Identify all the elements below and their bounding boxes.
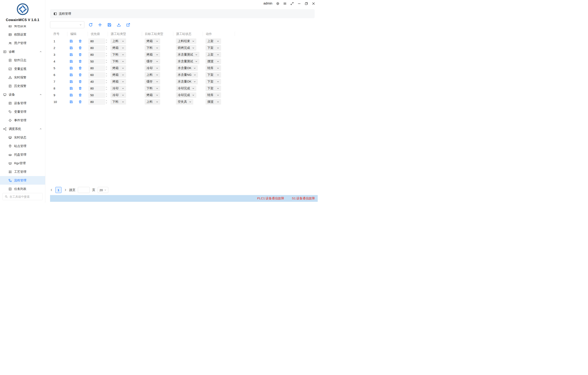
source-status-select[interactable]: 冷却完成 [176, 92, 196, 98]
target-type-select[interactable]: 上料 [145, 99, 160, 104]
priority-stepper[interactable] [105, 65, 108, 71]
source-status-select[interactable]: 水含量OK [176, 79, 198, 84]
export-button[interactable] [126, 23, 130, 27]
row-delete-button[interactable] [78, 73, 82, 77]
sidebar-item-flow-management[interactable]: 流程管理 [0, 176, 45, 185]
action-select[interactable]: 下架 [206, 45, 221, 51]
close-button[interactable] [312, 2, 315, 5]
priority-input[interactable]: 80 [88, 99, 105, 105]
source-type-select[interactable]: 下料 [111, 52, 126, 57]
source-status-select[interactable]: 上料结束 [176, 38, 196, 44]
sidebar-item-role-settings[interactable]: 角色设置 [0, 25, 45, 30]
sidebar-item-event-management[interactable]: 事件管理 [0, 116, 45, 125]
target-type-select[interactable]: 缓存 [145, 79, 160, 84]
priority-input[interactable]: 80 [88, 86, 105, 91]
action-select[interactable]: 下架 [206, 79, 221, 84]
action-select[interactable]: 上架 [206, 38, 221, 44]
row-save-button[interactable] [69, 66, 73, 70]
action-select[interactable]: 转库 [206, 65, 221, 71]
row-save-button[interactable] [69, 53, 73, 56]
row-delete-button[interactable] [78, 80, 82, 83]
sidebar-item-pallet-management[interactable]: 托盘管理 [0, 150, 45, 159]
toolbox-search[interactable] [2, 193, 43, 200]
target-type-select[interactable]: 下料 [145, 45, 160, 51]
priority-input[interactable]: 60 [88, 72, 105, 78]
row-delete-button[interactable] [78, 93, 82, 97]
target-type-select[interactable]: 上料 [145, 72, 160, 78]
source-type-select[interactable]: 烤箱 [111, 72, 126, 78]
source-status-select[interactable]: 冷却完成 [176, 86, 196, 91]
row-delete-button[interactable] [78, 60, 82, 63]
row-save-button[interactable] [69, 60, 73, 63]
target-type-select[interactable]: 烤箱 [145, 38, 160, 44]
priority-stepper[interactable] [105, 99, 108, 105]
menu-button[interactable] [283, 2, 287, 5]
target-type-select[interactable]: 烤箱 [145, 52, 160, 57]
row-delete-button[interactable] [78, 39, 82, 43]
priority-stepper[interactable] [105, 86, 108, 91]
sidebar-item-variable-management[interactable]: 变量管理 [0, 107, 45, 116]
fullscreen-button[interactable] [290, 2, 294, 5]
row-delete-button[interactable] [78, 100, 82, 104]
source-status-select[interactable]: 水含量测试 [176, 59, 200, 64]
sidebar-item-permission-settings[interactable]: 权限设置 [0, 30, 45, 39]
toolbox-search-input[interactable] [10, 195, 47, 198]
priority-stepper[interactable] [105, 38, 108, 44]
priority-stepper[interactable] [105, 52, 108, 58]
priority-input[interactable]: 80 [88, 65, 105, 71]
row-save-button[interactable] [69, 80, 73, 83]
source-status-select[interactable]: 空夹具 [176, 99, 193, 104]
row-save-button[interactable] [69, 39, 73, 43]
sidebar-item-user-management[interactable]: 用户管理 [0, 39, 45, 47]
target-type-select[interactable]: 下料 [145, 86, 160, 91]
row-save-button[interactable] [69, 87, 73, 90]
source-type-select[interactable]: 上料 [111, 38, 126, 44]
source-status-select[interactable]: 水含量测试 [176, 52, 200, 57]
maximize-button[interactable] [305, 2, 308, 5]
jump-page-input[interactable] [78, 187, 90, 193]
source-type-select[interactable]: 下料 [111, 99, 126, 104]
priority-stepper[interactable] [105, 92, 108, 98]
priority-input[interactable]: 80 [88, 52, 105, 58]
source-type-select[interactable]: 冷却 [111, 92, 126, 98]
action-select[interactable]: 摆渡 [206, 99, 221, 104]
flow-select[interactable] [50, 21, 84, 28]
source-type-select[interactable]: 烤箱 [111, 79, 126, 84]
row-save-button[interactable] [69, 93, 73, 97]
sidebar-item-software-log[interactable]: 软件日志 [0, 56, 45, 64]
source-type-select[interactable]: 烤箱 [111, 45, 126, 51]
priority-input[interactable]: 80 [88, 38, 105, 44]
import-button[interactable] [117, 23, 121, 27]
source-type-select[interactable]: 烤箱 [111, 65, 126, 71]
sidebar-item-process-management[interactable]: 工艺管理 [0, 167, 45, 176]
sidebar-item-device-management[interactable]: 设备管理 [0, 99, 45, 107]
row-delete-button[interactable] [78, 66, 82, 70]
row-delete-button[interactable] [78, 46, 82, 50]
priority-input[interactable]: 50 [88, 59, 105, 64]
row-delete-button[interactable] [78, 53, 82, 56]
action-select[interactable]: 摆渡 [206, 59, 221, 64]
action-select[interactable]: 下架 [206, 86, 221, 91]
tab-flow-management[interactable]: 流程管理 [53, 12, 71, 16]
theme-toggle-button[interactable] [276, 2, 280, 5]
sidebar-item-scheduling-group[interactable]: 调度系统 [0, 125, 45, 133]
page-number-button[interactable]: 1 [55, 187, 62, 193]
target-type-select[interactable]: 缓存 [145, 59, 160, 64]
source-status-select[interactable]: 水含量OK [176, 65, 198, 71]
save-button[interactable] [107, 23, 112, 27]
next-page-button[interactable] [64, 188, 67, 191]
action-select[interactable]: 下架 [206, 72, 221, 78]
sidebar-item-device-group[interactable]: 设备 [0, 90, 45, 99]
priority-input[interactable]: 40 [88, 79, 105, 84]
source-type-select[interactable]: 冷却 [111, 86, 126, 91]
prev-page-button[interactable] [50, 188, 53, 191]
sidebar-item-diagnosis-group[interactable]: 诊断 [0, 47, 45, 56]
row-save-button[interactable] [69, 100, 73, 104]
page-size-select[interactable]: 20 [98, 187, 108, 193]
add-button[interactable] [98, 23, 102, 27]
source-status-select[interactable]: 烘烤完成 [176, 45, 196, 51]
sidebar-item-realtime-alarm[interactable]: 实时报警 [0, 73, 45, 82]
priority-stepper[interactable] [105, 45, 108, 51]
minimize-button[interactable] [297, 2, 301, 5]
target-type-select[interactable]: 冷却 [145, 65, 160, 71]
